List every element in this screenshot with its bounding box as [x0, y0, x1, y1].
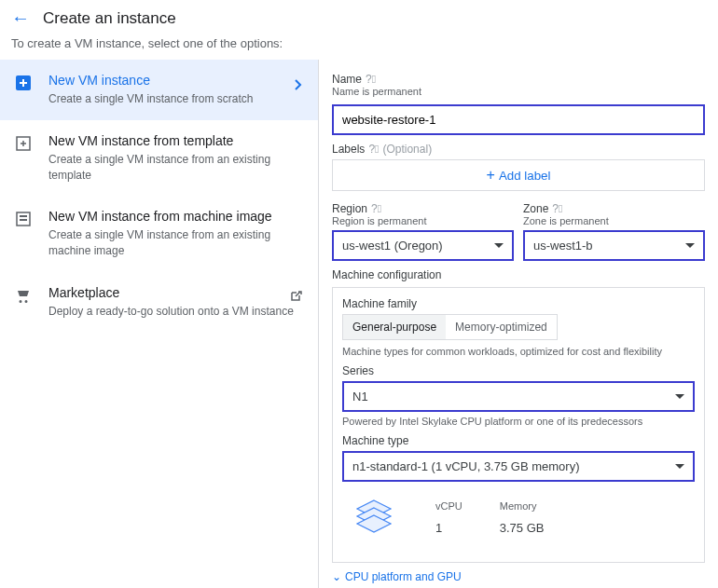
sidebar-item-template[interactable]: New VM instance from templateCreate a si… — [0, 120, 318, 197]
add-label-button[interactable]: +Add label — [332, 159, 705, 191]
dropdown-icon — [494, 243, 504, 248]
sidebar-item-desc: Create a single VM instance from an exis… — [48, 227, 305, 259]
series-label: Series — [342, 364, 695, 377]
machine-image-icon — [13, 209, 34, 229]
zone-label: Zone?⃝ — [523, 202, 705, 215]
machine-type-select[interactable]: n1-standard-1 (1 vCPU, 3.75 GB memory) — [342, 451, 695, 482]
sidebar-item-machine-image[interactable]: New VM instance from machine imageCreate… — [0, 196, 318, 272]
memory-label: Memory — [500, 500, 545, 512]
sidebar: New VM instanceCreate a single VM instan… — [0, 60, 319, 588]
svg-rect-4 — [20, 219, 27, 221]
series-select[interactable]: N1 — [342, 381, 695, 412]
zone-select[interactable]: us-west1-b — [523, 230, 705, 261]
sidebar-item-desc: Create a single VM instance from scratch — [48, 91, 253, 107]
tab-memory-optimized[interactable]: Memory-optimized — [446, 315, 557, 339]
dropdown-icon — [685, 243, 695, 248]
region-select[interactable]: us-west1 (Oregon) — [332, 230, 514, 261]
sidebar-item-new-vm[interactable]: New VM instanceCreate a single VM instan… — [0, 60, 318, 120]
machine-config-box: Machine family General-purpose Memory-op… — [332, 287, 705, 563]
sidebar-item-title: Marketplace — [48, 285, 294, 300]
help-icon[interactable]: ?⃝ — [371, 202, 381, 215]
memory-value: 3.75 GB — [500, 521, 545, 535]
machine-config-title: Machine configuration — [332, 268, 705, 281]
help-icon[interactable]: ?⃝ — [552, 202, 562, 215]
template-icon — [13, 133, 34, 154]
name-hint: Name is permanent — [332, 86, 705, 97]
family-desc: Machine types for common workloads, opti… — [342, 346, 695, 357]
tab-general-purpose[interactable]: General-purpose — [343, 315, 446, 339]
dropdown-icon — [675, 394, 684, 399]
external-link-icon — [288, 289, 303, 307]
name-label: Name?⃝ — [332, 73, 705, 86]
name-input[interactable] — [332, 104, 705, 135]
region-label: Region?⃝ — [332, 202, 514, 215]
zone-hint: Zone is permanent — [523, 215, 705, 226]
machine-type-label: Machine type — [342, 434, 695, 447]
machine-icon — [350, 493, 398, 541]
sidebar-item-desc: Create a single VM instance from an exis… — [48, 152, 305, 184]
machine-family-label: Machine family — [342, 297, 695, 310]
sidebar-item-title: New VM instance from machine image — [48, 209, 305, 224]
sidebar-item-title: New VM instance — [48, 73, 253, 88]
labels-label: Labels?⃝(Optional) — [332, 143, 705, 156]
machine-family-tabs: General-purpose Memory-optimized — [342, 314, 558, 340]
back-arrow-icon[interactable]: ← — [11, 7, 30, 29]
region-hint: Region is permanent — [332, 215, 514, 226]
help-icon[interactable]: ?⃝ — [366, 73, 376, 86]
sidebar-item-desc: Deploy a ready-to-go solution onto a VM … — [48, 304, 294, 320]
sidebar-item-title: New VM instance from template — [48, 133, 305, 148]
plus-box-icon — [13, 73, 34, 93]
page-title: Create an instance — [43, 9, 176, 28]
vcpu-value: 1 — [435, 521, 463, 535]
form-panel: Name?⃝ Name is permanent Labels?⃝(Option… — [319, 60, 718, 588]
dropdown-icon — [675, 464, 684, 469]
sidebar-item-marketplace[interactable]: MarketplaceDeploy a ready-to-go solution… — [0, 272, 318, 333]
help-icon[interactable]: ?⃝ — [368, 143, 379, 156]
cart-icon — [13, 285, 34, 306]
cpu-gpu-expander[interactable]: ⌄CPU platform and GPU — [332, 570, 705, 583]
svg-rect-3 — [20, 215, 27, 217]
series-desc: Powered by Intel Skylake CPU platform or… — [342, 416, 695, 427]
page-subtitle: To create a VM instance, select one of t… — [0, 36, 718, 60]
chevron-right-icon — [294, 78, 303, 94]
expand-icon: ⌄ — [332, 570, 341, 583]
vcpu-label: vCPU — [435, 500, 463, 512]
